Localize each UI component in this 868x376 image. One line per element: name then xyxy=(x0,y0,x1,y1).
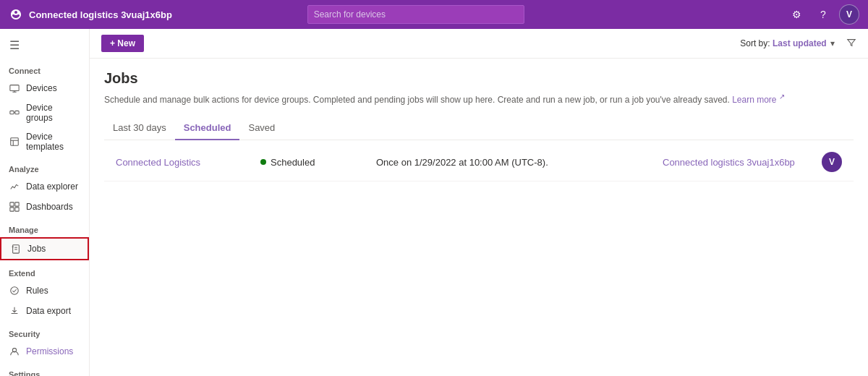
sort-chevron-icon[interactable]: ▾ xyxy=(830,38,835,48)
page-description: Schedule and manage bulk actions for dev… xyxy=(104,91,854,106)
sort-value[interactable]: Last updated xyxy=(773,38,827,48)
sidebar-item-devices[interactable]: Devices xyxy=(0,78,89,98)
search-input[interactable] xyxy=(307,5,524,24)
permissions-icon xyxy=(9,346,20,357)
sidebar-item-dashboards[interactable]: Dashboards xyxy=(0,197,89,217)
section-security: Security xyxy=(0,321,89,341)
section-settings: Settings xyxy=(0,362,89,376)
dashboards-icon xyxy=(9,201,20,213)
svg-rect-9 xyxy=(10,202,14,206)
user-avatar[interactable]: V xyxy=(839,4,859,25)
external-link-icon: ↗ xyxy=(779,93,785,101)
tab-saved[interactable]: Saved xyxy=(239,116,284,140)
section-analyze: Analyze xyxy=(0,156,89,176)
sidebar-item-rules[interactable]: Rules xyxy=(0,281,89,301)
sidebar-item-device-templates[interactable]: Device templates xyxy=(0,127,89,156)
rules-icon xyxy=(9,285,20,296)
svg-point-16 xyxy=(11,287,19,295)
status-dot-icon xyxy=(260,159,266,165)
new-button[interactable]: + New xyxy=(101,35,144,52)
job-name: Connected Logistics xyxy=(116,157,260,168)
help-icon[interactable]: ? xyxy=(813,4,833,25)
search-container xyxy=(307,5,524,24)
device-groups-icon xyxy=(9,107,20,119)
tab-scheduled[interactable]: Scheduled xyxy=(175,116,240,140)
data-export-label: Data export xyxy=(26,306,71,316)
main-layout: ☰ Connect Devices Device groups Device t… xyxy=(0,29,868,376)
dashboards-label: Dashboards xyxy=(26,202,73,212)
settings-icon[interactable]: ⚙ xyxy=(787,4,807,25)
jobs-label: Jobs xyxy=(27,244,46,254)
permissions-label: Permissions xyxy=(26,346,73,356)
devices-icon xyxy=(9,82,20,94)
svg-rect-3 xyxy=(10,111,14,114)
page-desc-text: Schedule and manage bulk actions for dev… xyxy=(104,95,730,105)
rules-label: Rules xyxy=(26,286,48,296)
page-content: Jobs Schedule and manage bulk actions fo… xyxy=(90,59,868,193)
job-app-name: Connected logistics 3vuaj1x6bp xyxy=(663,157,822,168)
jobs-icon xyxy=(10,243,22,255)
sidebar-item-data-export[interactable]: Data export xyxy=(0,301,89,321)
hamburger-icon: ☰ xyxy=(9,38,20,52)
device-templates-label: Device templates xyxy=(26,132,80,152)
app-logo-icon xyxy=(9,7,23,22)
tabs-container: Last 30 days Scheduled Saved xyxy=(104,116,854,140)
status-text: Scheduled xyxy=(271,157,315,168)
topbar: Connected logistics 3vuaj1x6bp ⚙ ? V xyxy=(0,0,868,29)
job-status: Scheduled xyxy=(260,157,376,168)
filter-icon[interactable] xyxy=(846,38,856,50)
toolbar: + New Sort by: Last updated ▾ xyxy=(90,29,868,59)
job-schedule: Once on 1/29/2022 at 10:00 AM (UTC-8). xyxy=(376,157,663,168)
sidebar-item-permissions[interactable]: Permissions xyxy=(0,341,89,362)
app-logo: Connected logistics 3vuaj1x6bp xyxy=(9,7,172,22)
job-user-avatar: V xyxy=(822,152,842,172)
app-name-label: Connected logistics 3vuaj1x6bp xyxy=(29,9,172,20)
sidebar-item-data-explorer[interactable]: Data explorer xyxy=(0,176,89,197)
svg-rect-0 xyxy=(10,85,19,91)
section-extend: Extend xyxy=(0,260,89,281)
sort-prefix: Sort by: xyxy=(740,38,770,48)
sidebar: ☰ Connect Devices Device groups Device t… xyxy=(0,29,90,376)
device-groups-label: Device groups xyxy=(26,103,80,123)
main-content: + New Sort by: Last updated ▾ Jobs Sched… xyxy=(90,29,868,376)
section-connect: Connect xyxy=(0,58,89,78)
data-explorer-label: Data explorer xyxy=(26,181,78,192)
section-manage: Manage xyxy=(0,217,89,237)
data-explorer-icon xyxy=(9,181,20,192)
svg-rect-12 xyxy=(15,208,19,211)
topbar-actions: ⚙ ? V xyxy=(787,4,859,25)
page-title: Jobs xyxy=(104,70,854,87)
data-export-icon xyxy=(9,305,20,317)
svg-rect-11 xyxy=(10,208,14,211)
tab-last30days[interactable]: Last 30 days xyxy=(104,116,175,140)
svg-rect-4 xyxy=(15,111,19,114)
devices-label: Devices xyxy=(26,83,57,93)
svg-rect-10 xyxy=(15,202,19,206)
hamburger-button[interactable]: ☰ xyxy=(0,32,29,58)
sort-label: Sort by: Last updated ▾ xyxy=(740,38,835,48)
sidebar-item-jobs[interactable]: Jobs xyxy=(0,237,89,260)
svg-rect-6 xyxy=(11,138,19,146)
sidebar-item-device-groups[interactable]: Device groups xyxy=(0,98,89,127)
table-row[interactable]: Connected Logistics Scheduled Once on 1/… xyxy=(104,143,854,181)
learn-more-link[interactable]: Learn more ↗ xyxy=(732,95,785,105)
device-templates-icon xyxy=(9,136,20,148)
